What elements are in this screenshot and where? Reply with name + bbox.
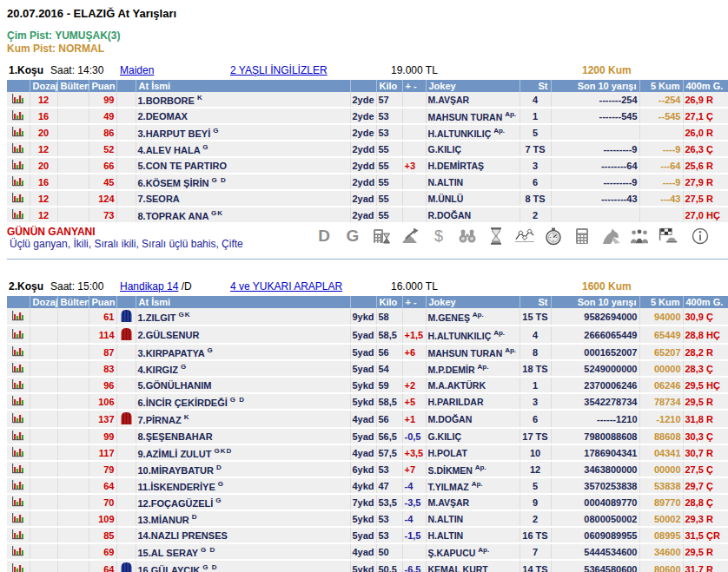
stats-chart-icon[interactable]	[7, 377, 30, 393]
stats-chart-icon[interactable]	[7, 174, 30, 190]
horse-icon[interactable]	[600, 227, 621, 246]
info-icon[interactable]	[690, 227, 711, 246]
stats-chart-icon[interactable]	[7, 190, 30, 207]
horse-name-link[interactable]: 6.İNCİR ÇEKİRDEĞİ G D	[136, 393, 350, 410]
horse-name-link[interactable]: 13.MİANUR D	[136, 510, 350, 527]
stats-chart-icon[interactable]	[7, 207, 30, 223]
stats-chart-icon[interactable]	[7, 494, 30, 510]
jockey-name-link[interactable]: M.AVŞAR	[426, 92, 520, 108]
jockey-name-link[interactable]: H.PARILDAR	[426, 393, 520, 410]
stats-chart-icon[interactable]	[7, 360, 30, 377]
stats-chart-icon[interactable]	[7, 461, 30, 477]
jockey-name-link[interactable]: M.GENEŞ Ap.	[426, 308, 520, 325]
horse-name-link[interactable]: 9.AZİMLİ ZULUT GKD	[136, 444, 350, 461]
horse-name-link[interactable]: 1.BORBORE K	[136, 92, 350, 108]
horse-name-link[interactable]: 16.GÜLAYCIK G D	[136, 560, 350, 572]
race-class-link[interactable]: Maiden	[120, 64, 154, 76]
horse-name-link[interactable]: 15.AL SERAY G D	[136, 543, 350, 560]
stats-chart-icon[interactable]	[7, 393, 30, 410]
horse-name-link[interactable]: 5.CON TE PARTIRO	[136, 157, 350, 174]
stats-chart-icon[interactable]	[7, 141, 30, 157]
stopwatch-icon[interactable]	[543, 227, 564, 246]
horse-name-link[interactable]: 10.MİRAYBATUR D	[136, 461, 350, 477]
horse-name-link[interactable]: 11.İSKENDERİYE G	[136, 477, 350, 494]
horse-name-link[interactable]: 2.DEOMAX	[136, 108, 350, 124]
jockey-name-link[interactable]: M.P.DEMİR Ap.	[426, 360, 520, 377]
kilo-value: 56,5	[376, 428, 402, 444]
jockey-name-link[interactable]: S.DİKMEN Ap.	[426, 461, 520, 477]
jockey-name-link[interactable]: G.KILIÇ	[426, 428, 520, 444]
horse-name-link[interactable]: 4.KIRGIZ G	[136, 360, 350, 377]
stats-chart-icon[interactable]	[7, 477, 30, 494]
horse-name-link[interactable]: 1.ZILGIT GK	[136, 308, 350, 325]
horse-name-link[interactable]: 7.PİRNAZ K	[136, 410, 350, 428]
horse-name-link[interactable]: 3.KIRPAPATYA G	[136, 344, 350, 360]
column-header-8: + -	[402, 80, 426, 92]
jockey-name-link[interactable]: M.DOĞAN	[426, 410, 520, 428]
horse-name-link[interactable]: 14.NAZLI PRENSES	[136, 527, 350, 543]
jockey-name-link[interactable]: T.YILMAZ Ap.	[426, 477, 520, 494]
stats-chart-icon[interactable]	[7, 444, 30, 461]
jockeys-icon[interactable]	[629, 227, 650, 246]
race-class-link[interactable]: Handikap 14	[120, 280, 178, 293]
stats-chart-icon[interactable]	[7, 325, 30, 344]
jockey-name-link[interactable]: R.DOĞAN	[426, 207, 520, 223]
hourglass-icon[interactable]	[486, 227, 506, 246]
stats-chart-icon[interactable]	[7, 410, 30, 428]
jersey-cell	[116, 477, 136, 494]
stats-chart-icon[interactable]	[7, 527, 30, 543]
dollar-icon[interactable]: $	[428, 227, 449, 246]
horse-name-link[interactable]: 7.SEORA	[136, 190, 350, 207]
race-group-link[interactable]: 2 YAŞLI İNGİLİZLER	[230, 64, 328, 76]
start-box-value: 5	[520, 124, 551, 141]
jockey-name-link[interactable]: N.ALTIN	[426, 174, 520, 190]
finish-flag-icon[interactable]	[658, 227, 678, 246]
horse-name-link[interactable]: 2.GÜLSENUR	[136, 325, 350, 344]
jockey-name-link[interactable]: Ş.KAPUCU Ap.	[426, 543, 520, 560]
horse-name-link[interactable]: 8.TOPRAK ANA GK	[136, 207, 350, 223]
jersey-cell	[116, 157, 136, 174]
horse-name-link[interactable]: 6.KÖSEM ŞİRİN G D	[136, 174, 350, 190]
stats-chart-icon[interactable]	[7, 560, 30, 572]
stats-chart-icon[interactable]	[7, 92, 30, 108]
age-value: 4yad	[350, 410, 376, 428]
jockey-name-link[interactable]: M.ÜNLÜ	[426, 190, 520, 207]
letter-g-icon[interactable]: G	[342, 227, 363, 246]
column-header-blank	[7, 296, 30, 308]
stats-chart-icon[interactable]	[7, 344, 30, 360]
jockey-name-link[interactable]: G.KILIÇ	[426, 141, 520, 157]
binoculars-icon[interactable]	[457, 227, 478, 246]
jockey-name-link[interactable]: M.AVŞAR	[426, 494, 520, 510]
stats-chart-icon[interactable]	[7, 124, 30, 141]
sand-track-status: Kum Pist: NORMAL	[7, 43, 728, 56]
jockey-name-link[interactable]: KEMAL KURT	[426, 560, 520, 572]
stats-chart-icon[interactable]	[7, 308, 30, 325]
stats-chart-icon[interactable]	[7, 510, 30, 527]
performance-icon[interactable]	[400, 227, 420, 246]
calculator-icon[interactable]	[572, 227, 592, 246]
stats-chart-icon[interactable]	[7, 157, 30, 174]
jockey-name-link[interactable]: H.POLAT	[426, 444, 520, 461]
jockey-name-link[interactable]: M.A.AKTÜRK	[426, 377, 520, 393]
jockey-name-link[interactable]: H.DEMİRTAŞ	[426, 157, 520, 174]
start-box-value: 3	[520, 393, 551, 410]
stats-chart-icon[interactable]	[7, 428, 30, 444]
horse-name-link[interactable]: 4.ALEV HALA G	[136, 141, 350, 157]
jockey-name-link[interactable]: MAHSUN TURAN Ap.	[426, 344, 520, 360]
hourglass-calculator-icon[interactable]	[371, 227, 392, 246]
horse-name-link[interactable]: 5.GÖNÜLHANIM	[136, 377, 350, 393]
horse-name-link[interactable]: 12.FOÇAGÜZELİ G	[136, 494, 350, 510]
jockey-name-link[interactable]: MAHSUN TURAN Ap.	[426, 108, 520, 124]
form-graph-icon[interactable]	[514, 227, 535, 246]
stats-chart-icon[interactable]	[7, 108, 30, 124]
weight-change-value: -4	[402, 510, 426, 527]
horse-name-link[interactable]: 3.HARPUT BEYİ G	[136, 124, 350, 141]
jockey-name-link[interactable]: H.ALTUNKILIÇ Ap.	[426, 325, 520, 344]
stats-chart-icon[interactable]	[7, 543, 30, 560]
jockey-name-link[interactable]: N.ALTIN	[426, 510, 520, 527]
race-group-link[interactable]: 4 ve YUKARI ARAPLAR	[230, 280, 342, 293]
jockey-name-link[interactable]: H.ALTUNKILIÇ Ap.	[426, 124, 520, 141]
letter-d-icon[interactable]: D	[314, 227, 334, 246]
jockey-name-link[interactable]: H.ALTIN	[426, 527, 520, 543]
horse-name-link[interactable]: 8.ŞEŞENBAHAR	[136, 428, 350, 444]
